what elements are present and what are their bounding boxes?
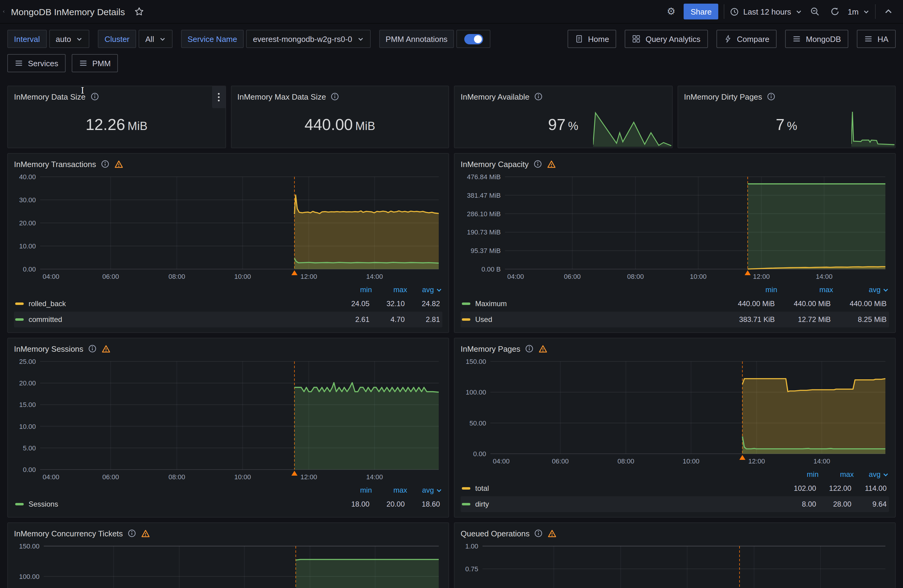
legend-sort-min[interactable]: min [337, 486, 372, 494]
legend-max-value: 20.00 [370, 500, 405, 508]
y-axis-tick-label: 95.37 MiB [470, 247, 501, 255]
info-icon[interactable] [91, 92, 99, 101]
compare-button[interactable]: Compare [716, 30, 777, 48]
refresh-interval-picker[interactable]: 1m [848, 7, 870, 16]
services-menu-button[interactable]: Services [7, 54, 66, 72]
info-icon[interactable] [101, 160, 109, 168]
legend-series-name[interactable]: rolled_back [28, 299, 334, 308]
legend: minmaxavgrolled_back24.0532.1024.82commi… [14, 283, 442, 329]
y-axis-tick-label: 20.00 [19, 219, 36, 227]
time-range-picker[interactable]: Last 12 hours [730, 7, 802, 16]
stat-panels-row: InMemory Data Size12.26MiBInMemory Max D… [0, 86, 903, 148]
y-axis-tick-label: 0.00 [23, 466, 36, 473]
legend-avg-value: 440.00 MiB [831, 299, 887, 308]
clock-icon [730, 7, 739, 16]
info-icon[interactable] [534, 92, 543, 101]
legend-avg-value: 9.64 [851, 500, 887, 508]
legend-sort-avg[interactable]: avg [833, 286, 889, 294]
warning-triangle-icon[interactable] [141, 529, 150, 538]
legend-series-name[interactable]: committed [28, 315, 334, 324]
legend-sort-label: min [807, 470, 818, 479]
info-icon[interactable] [127, 529, 136, 538]
collapse-chevron-up-icon[interactable] [881, 4, 896, 19]
legend-row: dirty8.0028.009.64 [461, 496, 889, 512]
series-color-swatch [462, 503, 470, 505]
hamburger-icon [864, 35, 873, 43]
grafana-dashboard: MongoDB InMemory Details ⚙ Share Last 12… [0, 0, 903, 588]
settings-gear-icon[interactable]: ⚙ [664, 4, 678, 19]
legend-series-name[interactable]: Used [475, 315, 719, 324]
pmm-menu-button[interactable]: PMM [72, 54, 118, 72]
x-axis-tick-label: 14:00 [366, 473, 383, 481]
legend-sort-min[interactable]: min [721, 286, 777, 294]
y-axis-tick-label: 15.00 [19, 401, 36, 409]
toggle-knob [474, 35, 482, 43]
warning-triangle-icon[interactable] [548, 529, 557, 538]
share-button[interactable]: Share [684, 4, 718, 19]
info-icon[interactable] [533, 160, 542, 168]
legend-min-value: 383.71 KiB [719, 315, 775, 324]
service-name-dropdown[interactable]: everest-mongodb-w2g-rs0-0 [246, 30, 370, 48]
favorite-star-icon[interactable] [132, 4, 146, 19]
legend-sort-max[interactable]: max [372, 286, 407, 294]
y-axis-tick-label: 20.00 [19, 379, 36, 387]
info-icon[interactable] [331, 92, 340, 101]
series-color-swatch [15, 302, 24, 305]
legend-sort-max[interactable]: max [372, 486, 407, 494]
info-icon[interactable] [535, 529, 543, 538]
hamburger-icon [79, 59, 88, 68]
legend-avg-value: 114.00 [851, 484, 887, 493]
warning-triangle-icon[interactable] [114, 159, 123, 168]
query-analytics-button[interactable]: Query Analytics [625, 30, 708, 48]
legend-series-name[interactable]: Sessions [28, 500, 334, 508]
legend-sort-min[interactable]: min [337, 286, 372, 294]
chart-panel-title: InMemory Pages [461, 344, 521, 353]
series-line-series [296, 560, 439, 560]
legend-series-name[interactable]: dirty [475, 500, 781, 508]
legend-sort-avg[interactable]: avg [407, 486, 442, 494]
legend-sort-avg[interactable]: avg [407, 286, 442, 294]
legend-avg-value: 24.82 [405, 299, 440, 308]
zoom-out-icon[interactable] [808, 4, 822, 19]
legend-series-name[interactable]: total [475, 484, 781, 493]
warning-triangle-icon[interactable] [539, 344, 548, 353]
annotation-marker-icon[interactable] [291, 270, 297, 275]
ha-button[interactable]: HA [857, 30, 896, 48]
legend: minmaxavgtotal102.00122.00114.00dirty8.0… [461, 467, 889, 513]
cluster-dropdown[interactable]: All [138, 30, 172, 48]
legend-max-value: 122.00 [816, 484, 851, 493]
legend-sort-label: avg [422, 486, 434, 494]
legend-sort-label: max [393, 486, 407, 494]
info-icon[interactable] [88, 344, 97, 353]
legend-sort-min[interactable]: min [783, 470, 818, 479]
legend-sort-max[interactable]: max [818, 470, 854, 479]
stat-panel: InMemory Max Data Size440.00MiB [231, 86, 449, 148]
pmm-annotations-toggle[interactable] [457, 30, 491, 48]
nav-arrow-fragment-icon[interactable] [2, 7, 5, 16]
legend-min-value: 24.05 [334, 299, 370, 308]
mongodb-button[interactable]: MongoDB [785, 30, 848, 48]
interval-label: Interval [7, 30, 47, 48]
info-icon[interactable] [767, 92, 776, 101]
legend-sort-max[interactable]: max [777, 286, 833, 294]
home-button[interactable]: Home [567, 30, 616, 48]
y-axis-tick-label: 150.00 [466, 358, 486, 365]
warning-triangle-icon[interactable] [547, 159, 556, 168]
stat-value: 440.00MiB [231, 102, 448, 148]
y-axis-tick-label: 5.00 [23, 444, 36, 452]
legend-sort-label: max [393, 286, 407, 294]
panel-header: InMemory Capacity [461, 157, 889, 171]
warning-triangle-icon[interactable] [101, 344, 110, 353]
info-icon[interactable] [525, 344, 534, 353]
annotation-marker-icon[interactable] [745, 270, 751, 275]
header-divider [875, 4, 876, 19]
legend-sort-avg[interactable]: avg [854, 470, 889, 479]
annotation-marker-icon[interactable] [291, 471, 297, 476]
refresh-icon[interactable] [827, 4, 842, 19]
hamburger-icon [793, 35, 801, 43]
interval-dropdown[interactable]: auto [49, 30, 89, 48]
cluster-variable: Cluster All [98, 30, 172, 48]
annotation-marker-icon[interactable] [739, 455, 745, 460]
stat-value-unit: MiB [127, 116, 147, 133]
legend-series-name[interactable]: Maximum [475, 299, 719, 308]
